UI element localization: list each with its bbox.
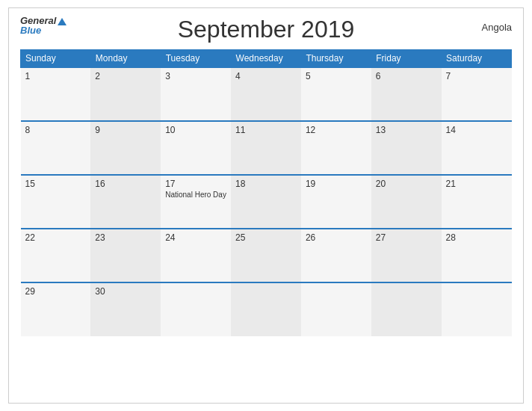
day-number: 27 — [376, 232, 437, 243]
calendar-cell: 25 — [231, 229, 301, 282]
country-label: Angola — [482, 22, 512, 33]
day-number: 18 — [235, 179, 297, 189]
calendar-cell — [442, 282, 512, 336]
calendar-cell — [371, 282, 442, 336]
calendar-week-row: 1234567 — [21, 67, 512, 121]
calendar-cell: 24 — [161, 229, 231, 282]
day-number: 25 — [235, 232, 297, 243]
calendar-cell: 6 — [371, 67, 442, 121]
logo: General Blue — [20, 16, 66, 35]
calendar-cell — [301, 282, 371, 336]
calendar-cell: 4 — [231, 67, 301, 121]
day-number: 1 — [25, 71, 87, 81]
day-number: 12 — [306, 125, 367, 135]
day-number: 11 — [235, 125, 297, 135]
day-number: 28 — [446, 232, 507, 243]
calendar-cell: 1 — [21, 67, 91, 121]
day-number: 30 — [95, 286, 156, 297]
calendar-table: Sunday Monday Tuesday Wednesday Thursday… — [20, 49, 512, 336]
logo-blue-text: Blue — [20, 25, 66, 35]
day-number: 7 — [446, 71, 507, 81]
calendar-cell: 3 — [161, 67, 231, 121]
day-number: 13 — [376, 125, 437, 135]
day-number: 9 — [95, 125, 156, 135]
day-number: 4 — [235, 71, 297, 81]
day-number: 8 — [25, 125, 87, 135]
calendar-cell — [161, 282, 231, 336]
day-number: 20 — [376, 179, 437, 189]
day-number: 14 — [446, 125, 507, 135]
header-sunday: Sunday — [21, 50, 91, 68]
day-number: 21 — [446, 179, 507, 189]
day-number: 2 — [95, 71, 156, 81]
calendar-cell: 14 — [442, 121, 512, 175]
header-monday: Monday — [90, 50, 161, 68]
header-tuesday: Tuesday — [161, 50, 231, 68]
calendar-cell — [231, 282, 301, 336]
calendar-cell: 7 — [442, 67, 512, 121]
calendar-cell: 21 — [442, 175, 512, 229]
calendar-cell: 15 — [21, 175, 91, 229]
calendar-cell: 27 — [371, 229, 442, 282]
calendar-cell: 20 — [371, 175, 442, 229]
calendar-cell: 10 — [161, 121, 231, 175]
calendar-cell: 16 — [90, 175, 161, 229]
calendar-cell: 23 — [90, 229, 161, 282]
calendar-cell: 28 — [442, 229, 512, 282]
calendar-cell: 11 — [231, 121, 301, 175]
day-number: 23 — [95, 232, 156, 243]
logo-triangle-icon — [58, 18, 66, 25]
calendar-cell: 18 — [231, 175, 301, 229]
day-number: 22 — [25, 232, 87, 243]
calendar-cell: 30 — [90, 282, 161, 336]
day-number: 10 — [165, 125, 226, 135]
day-number: 17 — [165, 179, 226, 189]
calendar-cell: 22 — [21, 229, 91, 282]
calendar-cell: 5 — [301, 67, 371, 121]
calendar-cell: 17National Hero Day — [161, 175, 231, 229]
event-text: National Hero Day — [165, 191, 226, 199]
day-number: 19 — [306, 179, 367, 189]
calendar-cell: 29 — [21, 282, 91, 336]
day-number: 16 — [95, 179, 156, 189]
header-wednesday: Wednesday — [231, 50, 301, 68]
calendar-week-row: 22232425262728 — [21, 229, 512, 282]
calendar-week-row: 2930 — [21, 282, 512, 336]
calendar-cell: 19 — [301, 175, 371, 229]
calendar-container: General Blue September 2019 Angola Sunda… — [8, 7, 524, 404]
day-number: 29 — [25, 286, 87, 297]
header-saturday: Saturday — [442, 50, 512, 68]
header-thursday: Thursday — [301, 50, 371, 68]
calendar-cell: 8 — [21, 121, 91, 175]
calendar-week-row: 151617National Hero Day18192021 — [21, 175, 512, 229]
day-number: 24 — [165, 232, 226, 243]
weekday-header-row: Sunday Monday Tuesday Wednesday Thursday… — [21, 50, 512, 68]
calendar-cell: 2 — [90, 67, 161, 121]
calendar-cell: 13 — [371, 121, 442, 175]
calendar-week-row: 891011121314 — [21, 121, 512, 175]
day-number: 3 — [165, 71, 226, 81]
day-number: 6 — [376, 71, 437, 81]
calendar-header: General Blue September 2019 Angola — [20, 16, 512, 43]
header-friday: Friday — [371, 50, 442, 68]
calendar-cell: 26 — [301, 229, 371, 282]
month-title: September 2019 — [178, 16, 355, 43]
calendar-cell: 12 — [301, 121, 371, 175]
calendar-cell: 9 — [90, 121, 161, 175]
day-number: 15 — [25, 179, 87, 189]
day-number: 5 — [306, 71, 367, 81]
day-number: 26 — [306, 232, 367, 243]
